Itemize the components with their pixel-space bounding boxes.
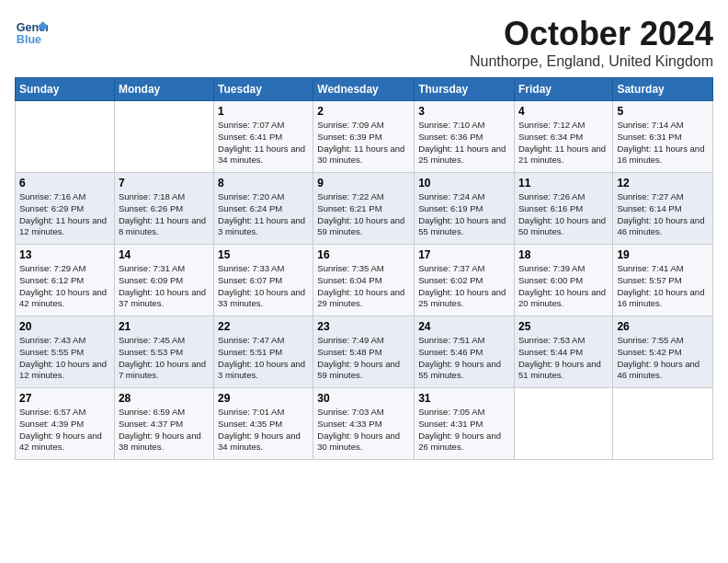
day-number: 13 — [19, 248, 110, 261]
day-info: Sunrise: 7:51 AM Sunset: 5:46 PM Dayligh… — [418, 335, 510, 382]
day-info: Sunrise: 7:47 AM Sunset: 5:51 PM Dayligh… — [218, 335, 309, 382]
day-info: Sunrise: 7:29 AM Sunset: 6:12 PM Dayligh… — [19, 263, 110, 310]
day-info: Sunrise: 7:49 AM Sunset: 5:48 PM Dayligh… — [317, 335, 410, 382]
day-info: Sunrise: 7:03 AM Sunset: 4:33 PM Dayligh… — [317, 407, 410, 454]
day-number: 1 — [218, 105, 309, 118]
day-info: Sunrise: 7:24 AM Sunset: 6:19 PM Dayligh… — [418, 191, 510, 238]
day-number: 29 — [218, 392, 309, 405]
day-cell: 28Sunrise: 6:59 AM Sunset: 4:37 PM Dayli… — [114, 388, 213, 460]
header-day-tuesday: Tuesday — [214, 78, 313, 101]
day-cell: 19Sunrise: 7:41 AM Sunset: 5:57 PM Dayli… — [613, 245, 713, 316]
day-info: Sunrise: 7:05 AM Sunset: 4:31 PM Dayligh… — [418, 407, 510, 454]
logo: General Blue — [15, 15, 48, 48]
day-info: Sunrise: 7:55 AM Sunset: 5:42 PM Dayligh… — [617, 335, 709, 382]
day-info: Sunrise: 7:27 AM Sunset: 6:14 PM Dayligh… — [617, 191, 709, 238]
day-info: Sunrise: 7:22 AM Sunset: 6:21 PM Dayligh… — [317, 191, 410, 238]
day-info: Sunrise: 7:35 AM Sunset: 6:04 PM Dayligh… — [317, 263, 410, 310]
month-title: October 2024 — [470, 15, 713, 53]
day-cell: 23Sunrise: 7:49 AM Sunset: 5:48 PM Dayli… — [313, 316, 415, 388]
page-header: General Blue October 2024 Nunthorpe, Eng… — [15, 15, 713, 70]
day-cell — [613, 388, 713, 460]
day-cell: 9Sunrise: 7:22 AM Sunset: 6:21 PM Daylig… — [313, 173, 415, 245]
location: Nunthorpe, England, United Kingdom — [470, 53, 713, 70]
day-cell: 10Sunrise: 7:24 AM Sunset: 6:19 PM Dayli… — [415, 173, 515, 245]
day-cell: 25Sunrise: 7:53 AM Sunset: 5:44 PM Dayli… — [514, 316, 612, 388]
day-info: Sunrise: 7:41 AM Sunset: 5:57 PM Dayligh… — [617, 263, 709, 310]
day-number: 18 — [518, 248, 609, 261]
day-cell: 4Sunrise: 7:12 AM Sunset: 6:34 PM Daylig… — [514, 101, 612, 173]
week-row-5: 27Sunrise: 6:57 AM Sunset: 4:39 PM Dayli… — [16, 388, 713, 460]
day-info: Sunrise: 7:20 AM Sunset: 6:24 PM Dayligh… — [218, 191, 309, 238]
day-info: Sunrise: 7:33 AM Sunset: 6:07 PM Dayligh… — [218, 263, 309, 310]
day-number: 27 — [19, 392, 110, 405]
day-info: Sunrise: 7:09 AM Sunset: 6:39 PM Dayligh… — [317, 120, 410, 167]
day-info: Sunrise: 7:01 AM Sunset: 4:35 PM Dayligh… — [218, 407, 309, 454]
day-number: 25 — [518, 320, 609, 333]
day-number: 19 — [617, 248, 709, 261]
day-cell: 24Sunrise: 7:51 AM Sunset: 5:46 PM Dayli… — [415, 316, 515, 388]
day-number: 23 — [317, 320, 410, 333]
day-number: 2 — [317, 105, 410, 118]
day-info: Sunrise: 7:16 AM Sunset: 6:29 PM Dayligh… — [19, 191, 110, 238]
day-number: 20 — [19, 320, 110, 333]
day-number: 17 — [418, 248, 510, 261]
day-info: Sunrise: 7:37 AM Sunset: 6:02 PM Dayligh… — [418, 263, 510, 310]
day-number: 10 — [418, 177, 510, 190]
day-cell: 31Sunrise: 7:05 AM Sunset: 4:31 PM Dayli… — [415, 388, 515, 460]
day-info: Sunrise: 7:14 AM Sunset: 6:31 PM Dayligh… — [617, 120, 709, 167]
day-cell: 12Sunrise: 7:27 AM Sunset: 6:14 PM Dayli… — [613, 173, 713, 245]
day-cell: 6Sunrise: 7:16 AM Sunset: 6:29 PM Daylig… — [16, 173, 115, 245]
day-cell: 11Sunrise: 7:26 AM Sunset: 6:16 PM Dayli… — [514, 173, 612, 245]
day-number: 11 — [518, 177, 609, 190]
day-info: Sunrise: 7:26 AM Sunset: 6:16 PM Dayligh… — [518, 191, 609, 238]
day-info: Sunrise: 7:18 AM Sunset: 6:26 PM Dayligh… — [119, 191, 210, 238]
day-cell: 26Sunrise: 7:55 AM Sunset: 5:42 PM Dayli… — [613, 316, 713, 388]
day-number: 14 — [119, 248, 210, 261]
day-cell: 1Sunrise: 7:07 AM Sunset: 6:41 PM Daylig… — [214, 101, 313, 173]
day-cell: 13Sunrise: 7:29 AM Sunset: 6:12 PM Dayli… — [16, 245, 115, 316]
header-day-monday: Monday — [114, 78, 213, 101]
day-number: 9 — [317, 177, 410, 190]
day-info: Sunrise: 6:59 AM Sunset: 4:37 PM Dayligh… — [119, 407, 210, 454]
day-info: Sunrise: 7:31 AM Sunset: 6:09 PM Dayligh… — [119, 263, 210, 310]
week-row-4: 20Sunrise: 7:43 AM Sunset: 5:55 PM Dayli… — [16, 316, 713, 388]
day-cell: 2Sunrise: 7:09 AM Sunset: 6:39 PM Daylig… — [313, 101, 415, 173]
day-cell — [16, 101, 115, 173]
day-cell: 20Sunrise: 7:43 AM Sunset: 5:55 PM Dayli… — [16, 316, 115, 388]
day-cell: 8Sunrise: 7:20 AM Sunset: 6:24 PM Daylig… — [214, 173, 313, 245]
header-day-wednesday: Wednesday — [313, 78, 415, 101]
day-number: 8 — [218, 177, 309, 190]
day-number: 4 — [518, 105, 609, 118]
day-number: 21 — [119, 320, 210, 333]
day-info: Sunrise: 7:07 AM Sunset: 6:41 PM Dayligh… — [218, 120, 309, 167]
day-cell: 14Sunrise: 7:31 AM Sunset: 6:09 PM Dayli… — [114, 245, 213, 316]
day-number: 26 — [617, 320, 709, 333]
day-number: 6 — [19, 177, 110, 190]
day-info: Sunrise: 7:53 AM Sunset: 5:44 PM Dayligh… — [518, 335, 609, 382]
header-day-saturday: Saturday — [613, 78, 713, 101]
day-number: 28 — [119, 392, 210, 405]
day-cell: 27Sunrise: 6:57 AM Sunset: 4:39 PM Dayli… — [16, 388, 115, 460]
day-cell: 29Sunrise: 7:01 AM Sunset: 4:35 PM Dayli… — [214, 388, 313, 460]
day-info: Sunrise: 7:12 AM Sunset: 6:34 PM Dayligh… — [518, 120, 609, 167]
day-cell — [114, 101, 213, 173]
day-number: 30 — [317, 392, 410, 405]
day-cell: 21Sunrise: 7:45 AM Sunset: 5:53 PM Dayli… — [114, 316, 213, 388]
day-number: 31 — [418, 392, 510, 405]
day-cell: 5Sunrise: 7:14 AM Sunset: 6:31 PM Daylig… — [613, 101, 713, 173]
day-cell — [514, 388, 612, 460]
day-number: 12 — [617, 177, 709, 190]
day-number: 15 — [218, 248, 309, 261]
day-number: 16 — [317, 248, 410, 261]
day-info: Sunrise: 6:57 AM Sunset: 4:39 PM Dayligh… — [19, 407, 110, 454]
day-cell: 7Sunrise: 7:18 AM Sunset: 6:26 PM Daylig… — [114, 173, 213, 245]
day-cell: 17Sunrise: 7:37 AM Sunset: 6:02 PM Dayli… — [415, 245, 515, 316]
header-day-friday: Friday — [514, 78, 612, 101]
day-cell: 3Sunrise: 7:10 AM Sunset: 6:36 PM Daylig… — [415, 101, 515, 173]
day-info: Sunrise: 7:10 AM Sunset: 6:36 PM Dayligh… — [418, 120, 510, 167]
day-info: Sunrise: 7:43 AM Sunset: 5:55 PM Dayligh… — [19, 335, 110, 382]
day-cell: 30Sunrise: 7:03 AM Sunset: 4:33 PM Dayli… — [313, 388, 415, 460]
day-number: 3 — [418, 105, 510, 118]
day-number: 24 — [418, 320, 510, 333]
week-row-1: 1Sunrise: 7:07 AM Sunset: 6:41 PM Daylig… — [16, 101, 713, 173]
